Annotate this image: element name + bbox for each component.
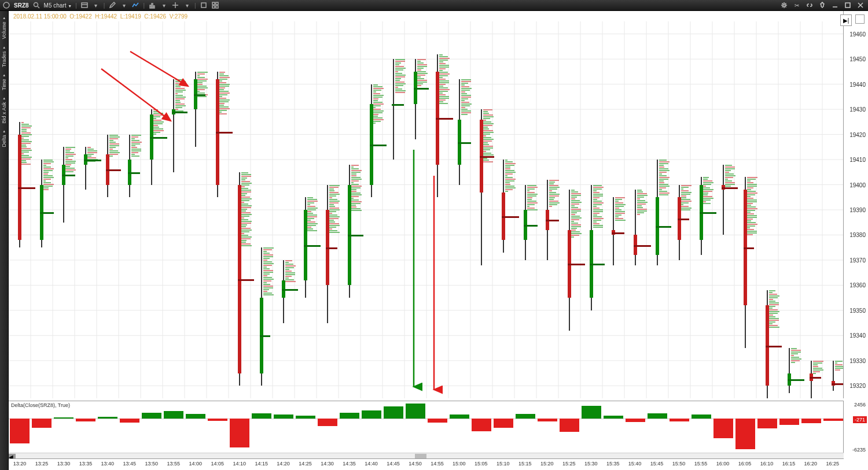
title-bar: SRZ8 M5 chart ▼ | ▾ | ▾ | ▾ ▾ | ✂ [0, 0, 868, 11]
delta-bar [626, 419, 645, 422]
delta-bar [164, 411, 183, 419]
panel-icon[interactable] [80, 1, 89, 9]
time-tick: 13:55 [163, 459, 185, 470]
delta-bar [142, 413, 161, 419]
time-axis[interactable]: 13:2013:2513:3013:3513:4013:4513:5013:55… [9, 458, 844, 470]
scroll-thumb-left[interactable]: ◀ [9, 454, 16, 458]
time-tick: 15:35 [602, 459, 624, 470]
play-forward-button[interactable]: ▶| [840, 14, 852, 26]
time-tick: 16:15 [778, 459, 800, 470]
price-tick: 19370 [849, 257, 866, 263]
chart-area[interactable]: 2018.02.11 15:00:00 O:19422 H:19442 L:19… [9, 11, 868, 470]
ohlc-readout: 2018.02.11 15:00:00 O:19422 H:19442 L:19… [13, 13, 187, 20]
time-tick: 15:10 [492, 459, 514, 470]
time-tick: 15:40 [624, 459, 646, 470]
delta-bar [560, 419, 579, 432]
svg-rect-7 [153, 6, 155, 8]
indicator-line-icon[interactable] [131, 1, 139, 9]
time-tick: 16:00 [712, 459, 734, 470]
timeframe-label[interactable]: M5 chart ▼ [44, 2, 72, 9]
time-tick: 14:55 [426, 459, 448, 470]
price-tick: 19440 [849, 81, 866, 87]
svg-rect-13 [212, 6, 215, 8]
delta-label: Delta(Close(SRZ8), True) [11, 402, 70, 408]
delta-bar [692, 415, 711, 419]
delta-bar [801, 419, 821, 423]
side-tab-delta[interactable]: Delta ▸ [1, 127, 8, 150]
crosshair-icon[interactable] [171, 1, 179, 9]
window-tool-icon[interactable] [200, 1, 208, 9]
side-tab-time[interactable]: Time ▸ [1, 71, 8, 92]
delta-panel: Delta(Close(SRZ8), True) [9, 401, 844, 453]
minimize-icon[interactable] [830, 1, 840, 9]
time-tick: 14:30 [317, 459, 339, 470]
price-tick: 19450 [849, 56, 866, 62]
delta-bar [384, 406, 403, 419]
pencil-icon[interactable] [108, 1, 116, 9]
settings-icon[interactable] [779, 1, 789, 9]
delta-bar [208, 419, 227, 421]
delta-bar [230, 419, 249, 447]
maximize-icon[interactable] [843, 1, 853, 9]
delta-bar [757, 419, 777, 428]
delta-bar [120, 419, 139, 423]
time-tick: 14:40 [361, 459, 382, 470]
delta-bar [428, 419, 447, 423]
time-tick: 15:25 [558, 459, 580, 470]
price-tick: 19460 [849, 31, 866, 37]
delta-bar [538, 419, 557, 421]
time-tick: 14:20 [273, 459, 295, 470]
time-tick: 16:25 [822, 459, 844, 470]
indicator-bar-icon[interactable] [148, 1, 156, 9]
svg-rect-5 [150, 5, 151, 8]
side-tab-bidask[interactable]: Bid x Ask ▸ [1, 94, 8, 126]
delta-bar [362, 410, 381, 419]
delta-axis[interactable]: 2456 -271 -6235 [843, 401, 868, 453]
time-tick: 16:10 [756, 459, 778, 470]
time-tick: 15:30 [580, 459, 602, 470]
time-tick: 15:15 [514, 459, 536, 470]
expand-icon[interactable] [855, 14, 865, 24]
delta-bar [450, 415, 469, 419]
time-tick: 14:00 [185, 459, 207, 470]
side-tab-volume[interactable]: Volume ▸ [1, 13, 8, 42]
scroll-handle[interactable] [415, 454, 426, 458]
time-tick: 15:50 [668, 459, 690, 470]
pin-icon[interactable] [817, 1, 827, 9]
time-tick: 15:55 [690, 459, 712, 470]
svg-rect-12 [216, 2, 218, 5]
delta-bar [713, 419, 733, 438]
time-tick: 14:35 [339, 459, 361, 470]
side-tab-trades[interactable]: Trades ▸ [1, 43, 8, 69]
dropdown-icon[interactable]: ▾ [120, 1, 128, 9]
delta-bar [76, 419, 95, 421]
svg-rect-3 [82, 3, 87, 8]
dropdown-icon[interactable]: ▾ [183, 1, 191, 9]
close-icon[interactable] [855, 1, 866, 9]
time-tick: 15:05 [470, 459, 492, 470]
delta-bar [318, 419, 337, 426]
search-icon[interactable] [32, 1, 41, 9]
link-icon[interactable] [804, 1, 815, 9]
delta-bar [296, 416, 315, 419]
delta-current-badge: -271 [853, 416, 867, 423]
delta-bar [472, 419, 491, 431]
time-tick: 14:15 [251, 459, 273, 470]
dropdown-icon[interactable]: ▾ [160, 1, 168, 9]
time-tick: 13:30 [53, 459, 75, 470]
price-axis[interactable]: 1932019330193401935019360193701938019390… [843, 11, 868, 398]
app-logo-icon [2, 1, 10, 9]
grid-tool-icon[interactable] [211, 1, 219, 9]
annotation-arrow-red-down [428, 176, 440, 397]
time-tick: 13:40 [97, 459, 119, 470]
time-tick: 14:50 [404, 459, 426, 470]
time-tick: 14:05 [207, 459, 229, 470]
time-tick: 16:05 [734, 459, 756, 470]
cut-icon[interactable]: ✂ [792, 1, 802, 9]
symbol-label: SRZ8 [14, 2, 29, 9]
dropdown-icon[interactable]: ▾ [92, 1, 100, 9]
time-tick: 13:50 [141, 459, 163, 470]
time-tick: 15:45 [646, 459, 668, 470]
svg-point-1 [34, 3, 38, 7]
delta-bar [494, 419, 513, 428]
